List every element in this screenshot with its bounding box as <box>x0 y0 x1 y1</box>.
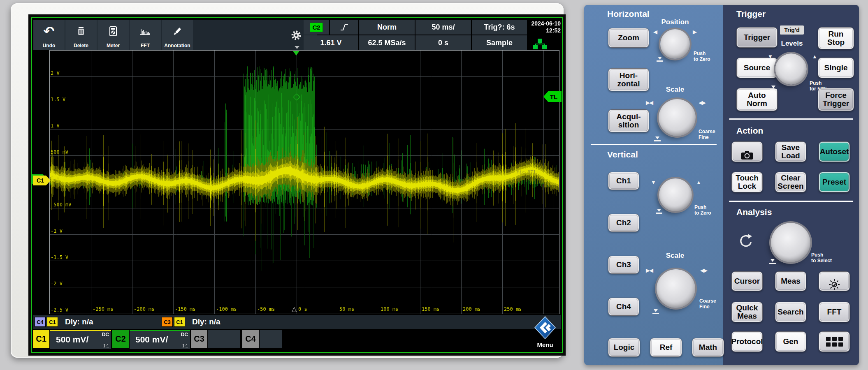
measurement-row: C4 C1 Dly: n/a C3 C1 Dly: n/a <box>33 315 561 329</box>
sample-rate-cell[interactable]: 62.5 MSa/s <box>359 35 415 50</box>
channel-3-settings[interactable] <box>208 330 240 348</box>
protocol-button[interactable]: Protocol <box>731 331 763 352</box>
gen-button[interactable]: Gen <box>775 331 806 352</box>
settings-gear-icon[interactable] <box>290 30 302 43</box>
rotate-cw-icon <box>738 234 753 251</box>
zoom-button[interactable]: Zoom <box>608 28 649 48</box>
ref-button[interactable]: Ref <box>650 338 682 357</box>
undo-label: Undo <box>43 43 56 49</box>
quick-meas-button[interactable]: Quick Meas <box>731 302 763 322</box>
trigger-level-cell[interactable]: 1.61 V <box>304 35 358 50</box>
trigger-source-cell[interactable]: C2 <box>304 20 329 35</box>
fft-button[interactable]: FFT <box>130 20 161 50</box>
trigd-led: Trig'd <box>780 25 804 35</box>
position-knob-hint: Push to Zero <box>694 51 710 62</box>
ch2-button[interactable]: Ch2 <box>608 214 639 232</box>
fft-spectrum-icon <box>139 20 151 43</box>
timebase-cell[interactable]: 50 ms/ <box>415 20 471 35</box>
divider <box>729 118 853 120</box>
delay-readout-2: Dly: n/a <box>192 317 220 326</box>
rotate-left-icon: ◀ <box>653 29 657 35</box>
fft-panel-button[interactable]: FFT <box>819 302 850 322</box>
trigger-state-cell[interactable]: Trig?: 6s <box>472 20 527 35</box>
horizontal-position-cell[interactable]: 0 s <box>415 35 471 50</box>
auto-norm-button[interactable]: Auto Norm <box>736 88 777 111</box>
vertical-section-title: Vertical <box>607 150 638 160</box>
push-icon <box>654 136 661 142</box>
tab-channel-4[interactable]: C4 <box>242 330 259 348</box>
meas-button[interactable]: Meas <box>775 271 806 291</box>
ch4-button[interactable]: Ch4 <box>608 298 639 316</box>
cursor-button[interactable]: Cursor <box>731 271 763 291</box>
tab-channel-3[interactable]: C3 <box>191 330 207 348</box>
badge-c3: C3 <box>162 317 173 327</box>
network-icon[interactable] <box>532 39 547 52</box>
screenshot-button[interactable] <box>731 141 763 162</box>
annotation-button[interactable]: Annotation <box>162 20 193 50</box>
rotate-down-icon: ▼ <box>768 53 772 60</box>
menu-label[interactable]: Menu <box>530 341 560 348</box>
meter-label: Meter <box>107 43 120 49</box>
trigger-position-marker[interactable] <box>293 51 299 56</box>
delay-marker[interactable]: △ <box>292 305 297 313</box>
save-load-button[interactable]: Save Load <box>775 141 806 162</box>
channel-2-coupling: DC <box>181 332 188 338</box>
touch-lock-button[interactable]: Touch Lock <box>731 172 763 192</box>
horizontal-position-knob[interactable] <box>660 29 690 59</box>
position-knob-label: Position <box>650 18 700 26</box>
scale-out-icon: ◀▶ <box>700 267 707 273</box>
apps-button[interactable] <box>819 331 850 352</box>
search-button[interactable]: Search <box>775 302 806 322</box>
time-text: 12:52 <box>527 27 561 34</box>
measure-group-1[interactable]: C4 C1 Dly: n/a <box>35 317 93 327</box>
channel-1-settings[interactable]: 500 mV/ DC 1:1 <box>50 330 111 349</box>
rs-logo[interactable] <box>534 316 556 341</box>
force-trigger-button[interactable]: Force Trigger <box>818 88 854 111</box>
ch3-button[interactable]: Ch3 <box>608 256 639 274</box>
vertical-position-knob[interactable] <box>659 178 692 211</box>
front-panel: Horizontal Zoom Hori- zontal Acqui- siti… <box>584 5 859 365</box>
horizontal-button[interactable]: Hori- zontal <box>608 68 649 91</box>
meter-button[interactable]: Meter <box>97 20 129 50</box>
acquisition-button[interactable]: Acqui- sition <box>608 109 649 132</box>
trigger-slope-cell[interactable] <box>330 20 358 35</box>
delay-readout-1: Dly: n/a <box>65 317 93 326</box>
channel-1-probe: 1:1 <box>103 344 109 348</box>
channel-2-settings[interactable]: 500 mV/ DC 1:1 <box>130 330 190 349</box>
single-button[interactable]: Single <box>818 58 854 78</box>
source-button[interactable]: Source <box>736 58 777 78</box>
logic-button[interactable]: Logic <box>608 338 640 357</box>
trigger-level-knob[interactable] <box>775 53 807 85</box>
divider <box>591 144 717 145</box>
clear-screen-button[interactable]: Clear Screen <box>775 172 806 192</box>
navigation-knob[interactable] <box>771 223 810 262</box>
delete-button[interactable]: Delete <box>65 20 97 50</box>
math-button[interactable]: Math <box>692 338 724 357</box>
trigger-mode-cell[interactable]: Norm <box>359 20 415 35</box>
settings-caret-icon[interactable] <box>295 46 299 49</box>
action-section-title: Action <box>736 126 763 136</box>
tab-channel-2[interactable]: C2 <box>112 330 129 348</box>
vscale-knob-label: Scale <box>650 252 700 260</box>
annotation-label: Annotation <box>164 43 190 49</box>
run-stop-button[interactable]: Run Stop <box>818 27 854 49</box>
measure-group-2[interactable]: C3 C1 Dly: n/a <box>162 317 220 327</box>
ch1-button[interactable]: Ch1 <box>608 172 639 190</box>
intensity-button[interactable] <box>819 271 850 291</box>
x-axis-label: -150 ms <box>175 306 196 312</box>
acquisition-mode-cell[interactable]: Sample <box>472 35 527 50</box>
tab-channel-1[interactable]: C1 <box>33 330 49 348</box>
channel-4-settings[interactable] <box>260 330 282 348</box>
analysis-section-title: Analysis <box>736 207 772 217</box>
autoset-button[interactable]: Autoset <box>819 141 850 162</box>
vscale-knob-hint: Coarse Fine <box>699 298 716 310</box>
undo-button[interactable]: ↶ Undo <box>33 20 65 50</box>
horizontal-scale-knob[interactable] <box>659 99 696 136</box>
x-axis-label: -100 ms <box>216 306 237 312</box>
scale-out-icon: ◀▶ <box>699 99 705 106</box>
push-icon <box>769 259 776 264</box>
preset-button[interactable]: Preset <box>819 172 850 192</box>
vertical-scale-knob[interactable] <box>657 269 695 308</box>
waveform-canvas <box>32 18 562 352</box>
scope-screen: ↶ Undo Delete Meter FFT <box>32 18 562 352</box>
